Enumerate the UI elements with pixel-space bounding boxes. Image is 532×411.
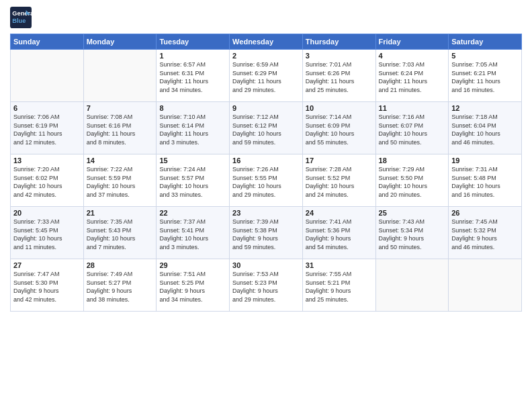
day-info: Sunrise: 7:37 AM Sunset: 5:41 PM Dayligh… bbox=[159, 218, 226, 251]
calendar-cell: 16Sunrise: 7:26 AM Sunset: 5:55 PM Dayli… bbox=[230, 154, 303, 207]
calendar-table: SundayMondayTuesdayWednesdayThursdayFrid… bbox=[10, 34, 522, 312]
calendar-cell: 1Sunrise: 6:57 AM Sunset: 6:31 PM Daylig… bbox=[157, 50, 230, 102]
day-info: Sunrise: 7:53 AM Sunset: 5:23 PM Dayligh… bbox=[232, 270, 300, 304]
day-of-week-header: Sunday bbox=[11, 34, 84, 50]
calendar-cell: 27Sunrise: 7:47 AM Sunset: 5:30 PM Dayli… bbox=[11, 259, 84, 312]
day-number: 11 bbox=[379, 104, 446, 112]
day-info: Sunrise: 7:31 AM Sunset: 5:48 PM Dayligh… bbox=[451, 165, 519, 199]
day-number: 4 bbox=[379, 52, 446, 60]
day-info: Sunrise: 7:14 AM Sunset: 6:09 PM Dayligh… bbox=[306, 113, 373, 146]
calendar-cell: 8Sunrise: 7:10 AM Sunset: 6:14 PM Daylig… bbox=[157, 102, 230, 154]
day-info: Sunrise: 7:39 AM Sunset: 5:38 PM Dayligh… bbox=[232, 218, 300, 251]
day-number: 21 bbox=[87, 209, 154, 217]
logo-icon: General Blue bbox=[10, 7, 32, 28]
day-number: 2 bbox=[232, 52, 300, 60]
calendar-cell: 20Sunrise: 7:33 AM Sunset: 5:45 PM Dayli… bbox=[11, 207, 84, 259]
calendar-cell: 13Sunrise: 7:20 AM Sunset: 6:02 PM Dayli… bbox=[11, 154, 84, 207]
day-number: 18 bbox=[379, 156, 446, 165]
calendar-cell: 25Sunrise: 7:43 AM Sunset: 5:34 PM Dayli… bbox=[375, 207, 449, 259]
day-number: 30 bbox=[232, 261, 300, 269]
day-info: Sunrise: 7:51 AM Sunset: 5:25 PM Dayligh… bbox=[159, 270, 226, 304]
day-info: Sunrise: 7:55 AM Sunset: 5:21 PM Dayligh… bbox=[306, 270, 373, 304]
day-number: 19 bbox=[451, 156, 519, 165]
day-info: Sunrise: 7:22 AM Sunset: 5:59 PM Dayligh… bbox=[87, 165, 154, 199]
day-number: 31 bbox=[306, 261, 373, 269]
calendar-week-row: 13Sunrise: 7:20 AM Sunset: 6:02 PM Dayli… bbox=[11, 154, 522, 207]
calendar-cell bbox=[11, 50, 84, 102]
day-number: 3 bbox=[306, 52, 373, 60]
day-number: 6 bbox=[13, 104, 81, 112]
day-of-week-header: Tuesday bbox=[157, 34, 230, 50]
day-of-week-header: Monday bbox=[83, 34, 157, 50]
day-info: Sunrise: 6:59 AM Sunset: 6:29 PM Dayligh… bbox=[232, 60, 300, 94]
day-info: Sunrise: 7:49 AM Sunset: 5:27 PM Dayligh… bbox=[87, 270, 154, 304]
calendar-cell bbox=[83, 50, 157, 102]
day-info: Sunrise: 7:01 AM Sunset: 6:26 PM Dayligh… bbox=[306, 60, 373, 94]
calendar-week-row: 1Sunrise: 6:57 AM Sunset: 6:31 PM Daylig… bbox=[11, 50, 522, 102]
calendar-cell: 3Sunrise: 7:01 AM Sunset: 6:26 PM Daylig… bbox=[302, 50, 375, 102]
day-info: Sunrise: 7:43 AM Sunset: 5:34 PM Dayligh… bbox=[379, 218, 446, 251]
day-number: 16 bbox=[232, 156, 300, 165]
calendar-cell: 7Sunrise: 7:08 AM Sunset: 6:16 PM Daylig… bbox=[83, 102, 157, 154]
day-number: 10 bbox=[306, 104, 373, 112]
day-number: 14 bbox=[87, 156, 154, 165]
day-info: Sunrise: 7:24 AM Sunset: 5:57 PM Dayligh… bbox=[159, 165, 226, 199]
day-info: Sunrise: 7:06 AM Sunset: 6:19 PM Dayligh… bbox=[13, 113, 81, 146]
day-of-week-header: Thursday bbox=[302, 34, 375, 50]
day-info: Sunrise: 7:08 AM Sunset: 6:16 PM Dayligh… bbox=[87, 113, 154, 146]
day-number: 27 bbox=[13, 261, 81, 269]
day-number: 23 bbox=[232, 209, 300, 217]
calendar-cell: 23Sunrise: 7:39 AM Sunset: 5:38 PM Dayli… bbox=[230, 207, 303, 259]
day-number: 9 bbox=[232, 104, 300, 112]
calendar-cell: 19Sunrise: 7:31 AM Sunset: 5:48 PM Dayli… bbox=[449, 154, 522, 207]
day-number: 22 bbox=[159, 209, 226, 217]
calendar-cell: 10Sunrise: 7:14 AM Sunset: 6:09 PM Dayli… bbox=[302, 102, 375, 154]
day-of-week-header: Friday bbox=[375, 34, 449, 50]
day-number: 12 bbox=[451, 104, 519, 112]
day-info: Sunrise: 7:29 AM Sunset: 5:50 PM Dayligh… bbox=[379, 165, 446, 199]
calendar-cell bbox=[375, 259, 449, 312]
day-number: 8 bbox=[159, 104, 226, 112]
day-info: Sunrise: 7:16 AM Sunset: 6:07 PM Dayligh… bbox=[379, 113, 446, 146]
calendar-cell: 31Sunrise: 7:55 AM Sunset: 5:21 PM Dayli… bbox=[302, 259, 375, 312]
calendar-cell: 22Sunrise: 7:37 AM Sunset: 5:41 PM Dayli… bbox=[157, 207, 230, 259]
logo: General Blue bbox=[10, 7, 32, 28]
day-number: 25 bbox=[379, 209, 446, 217]
day-info: Sunrise: 7:33 AM Sunset: 5:45 PM Dayligh… bbox=[13, 218, 81, 251]
svg-text:Blue: Blue bbox=[12, 17, 26, 24]
day-number: 24 bbox=[306, 209, 373, 217]
calendar-cell: 30Sunrise: 7:53 AM Sunset: 5:23 PM Dayli… bbox=[230, 259, 303, 312]
day-number: 29 bbox=[159, 261, 226, 269]
calendar-cell: 21Sunrise: 7:35 AM Sunset: 5:43 PM Dayli… bbox=[83, 207, 157, 259]
day-of-week-header: Wednesday bbox=[230, 34, 303, 50]
day-info: Sunrise: 7:12 AM Sunset: 6:12 PM Dayligh… bbox=[232, 113, 300, 146]
day-info: Sunrise: 7:41 AM Sunset: 5:36 PM Dayligh… bbox=[306, 218, 373, 251]
calendar-cell: 2Sunrise: 6:59 AM Sunset: 6:29 PM Daylig… bbox=[230, 50, 303, 102]
calendar-cell: 6Sunrise: 7:06 AM Sunset: 6:19 PM Daylig… bbox=[11, 102, 84, 154]
calendar-cell: 9Sunrise: 7:12 AM Sunset: 6:12 PM Daylig… bbox=[230, 102, 303, 154]
calendar-week-row: 27Sunrise: 7:47 AM Sunset: 5:30 PM Dayli… bbox=[11, 259, 522, 312]
calendar-cell: 17Sunrise: 7:28 AM Sunset: 5:52 PM Dayli… bbox=[302, 154, 375, 207]
calendar-cell: 5Sunrise: 7:05 AM Sunset: 6:21 PM Daylig… bbox=[449, 50, 522, 102]
calendar-cell: 4Sunrise: 7:03 AM Sunset: 6:24 PM Daylig… bbox=[375, 50, 449, 102]
day-number: 13 bbox=[13, 156, 81, 165]
calendar-cell bbox=[449, 259, 522, 312]
calendar-cell: 26Sunrise: 7:45 AM Sunset: 5:32 PM Dayli… bbox=[449, 207, 522, 259]
calendar-cell: 29Sunrise: 7:51 AM Sunset: 5:25 PM Dayli… bbox=[157, 259, 230, 312]
calendar-cell: 12Sunrise: 7:18 AM Sunset: 6:04 PM Dayli… bbox=[449, 102, 522, 154]
day-info: Sunrise: 7:18 AM Sunset: 6:04 PM Dayligh… bbox=[451, 113, 519, 146]
calendar-cell: 24Sunrise: 7:41 AM Sunset: 5:36 PM Dayli… bbox=[302, 207, 375, 259]
header-row: SundayMondayTuesdayWednesdayThursdayFrid… bbox=[11, 34, 522, 50]
page: General Blue SundayMondayTuesdayWednesda… bbox=[0, 0, 532, 411]
day-info: Sunrise: 7:05 AM Sunset: 6:21 PM Dayligh… bbox=[451, 60, 519, 94]
day-info: Sunrise: 7:47 AM Sunset: 5:30 PM Dayligh… bbox=[13, 270, 81, 304]
day-number: 15 bbox=[159, 156, 226, 165]
calendar-week-row: 6Sunrise: 7:06 AM Sunset: 6:19 PM Daylig… bbox=[11, 102, 522, 154]
calendar-week-row: 20Sunrise: 7:33 AM Sunset: 5:45 PM Dayli… bbox=[11, 207, 522, 259]
day-info: Sunrise: 6:57 AM Sunset: 6:31 PM Dayligh… bbox=[159, 60, 226, 94]
day-number: 28 bbox=[87, 261, 154, 269]
day-of-week-header: Saturday bbox=[449, 34, 522, 50]
day-info: Sunrise: 7:20 AM Sunset: 6:02 PM Dayligh… bbox=[13, 165, 81, 199]
day-info: Sunrise: 7:45 AM Sunset: 5:32 PM Dayligh… bbox=[451, 218, 519, 251]
day-number: 26 bbox=[451, 209, 519, 217]
